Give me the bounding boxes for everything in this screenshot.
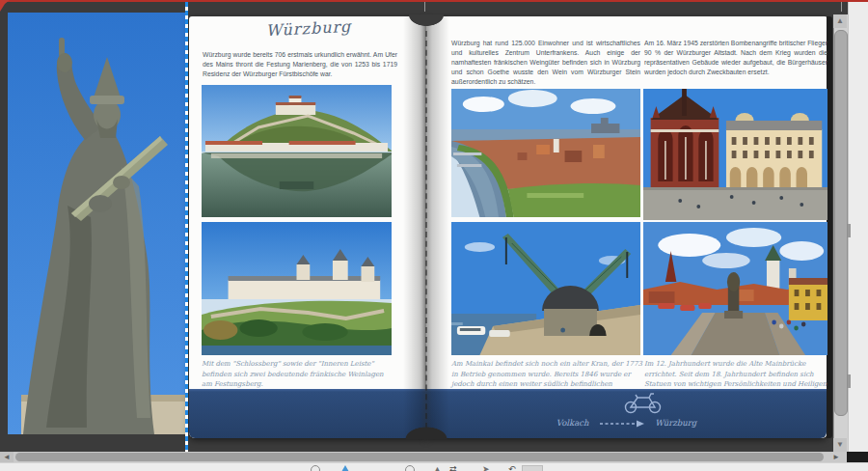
ruler-tick-spine [424, 2, 425, 12]
bottom-toolbar: ▲ ⇄ ➤ ↶ [0, 462, 868, 471]
spine-notch-bottom [392, 419, 461, 439]
swap-arrows-icon[interactable]: ⇄ [449, 465, 457, 471]
zoom-in-icon[interactable] [405, 465, 415, 471]
zoom-out-icon[interactable] [311, 465, 320, 471]
pointer-tool-icon[interactable] [341, 465, 349, 471]
text-block-column2[interactable]: Am 16. März 1945 zerstörten Bombenangrif… [644, 39, 827, 77]
scroll-down-arrow[interactable]: ▼ [833, 438, 847, 452]
arrow-right-icon[interactable]: ➤ [482, 465, 490, 471]
spine-notch-top [395, 14, 457, 35]
scroll-right-arrow[interactable]: ► [829, 452, 843, 462]
text-block-column1[interactable]: Würzburg hat rund 125.000 Einwohner und … [451, 39, 640, 87]
panel-resize-grip[interactable] [848, 374, 851, 388]
photo-kilian-statue[interactable] [8, 13, 188, 434]
panel-resize-grip[interactable] [848, 224, 851, 237]
bicycle-icon [622, 391, 666, 414]
route-from-label: Volkach [556, 418, 589, 428]
text-block-intro[interactable]: Würzburg wurde bereits 706 erstmals urku… [203, 50, 397, 79]
horizontal-ruler [0, 0, 868, 2]
photo-alter-kranen[interactable] [451, 222, 640, 355]
scroll-left-arrow[interactable]: ◄ [0, 452, 14, 462]
photo-marienkapelle[interactable] [643, 89, 827, 220]
statue-illustration [8, 13, 188, 434]
horizontal-scrollbar-thumb[interactable] [15, 453, 824, 461]
photo-festung-spiegelung[interactable] [202, 85, 392, 217]
photo-stadtpanorama[interactable] [451, 89, 640, 217]
undo-icon[interactable]: ↶ [508, 465, 516, 471]
ruler-cursor-marker [0, 0, 10, 12]
vertical-scrollbar-thumb[interactable] [834, 30, 848, 416]
photo-alte-mainbruecke[interactable] [643, 222, 827, 355]
photo-festung-weinberg[interactable] [202, 222, 392, 355]
route-arrow-icon [599, 414, 645, 431]
photobook-editor-window: Würzburg Würzburg wurde bereits 706 erst… [0, 0, 868, 471]
arrow-up-icon[interactable]: ▲ [433, 465, 442, 471]
caption-left-page[interactable]: Mit dem "Schlossberg" sowie der "Inneren… [202, 359, 394, 390]
ruler-tick-right [841, 2, 842, 12]
toolbar-field[interactable] [522, 465, 543, 471]
scroll-up-arrow[interactable]: ▲ [833, 14, 847, 28]
side-panel-edge [848, 2, 868, 452]
book-spine-fold-line [425, 31, 427, 429]
route-banner[interactable]: Volkach Würzburg [426, 413, 827, 429]
page-trim-guide-line [185, 2, 188, 452]
route-to-label: Würzburg [655, 418, 696, 428]
